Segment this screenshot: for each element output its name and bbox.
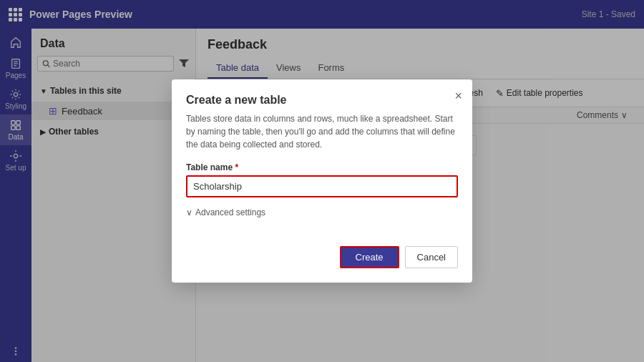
- modal-overlay[interactable]: Create a new table × Tables store data i…: [0, 0, 644, 362]
- cancel-button[interactable]: Cancel: [405, 246, 458, 268]
- dialog-close-button[interactable]: ×: [454, 89, 462, 102]
- advanced-settings-toggle[interactable]: ∨ Advanced settings: [186, 207, 458, 217]
- dialog-description: Tables store data in columns and rows, m…: [186, 112, 458, 151]
- required-indicator: *: [235, 162, 238, 172]
- create-table-dialog: Create a new table × Tables store data i…: [172, 79, 472, 283]
- table-name-label: Table name *: [186, 162, 458, 172]
- table-name-field: Table name *: [186, 162, 458, 197]
- dialog-title: Create a new table: [186, 94, 458, 107]
- create-button[interactable]: Create: [340, 246, 399, 268]
- table-name-input[interactable]: [186, 175, 458, 197]
- dialog-footer: Create Cancel: [186, 246, 458, 268]
- chevron-down-icon-2: ∨: [186, 207, 192, 217]
